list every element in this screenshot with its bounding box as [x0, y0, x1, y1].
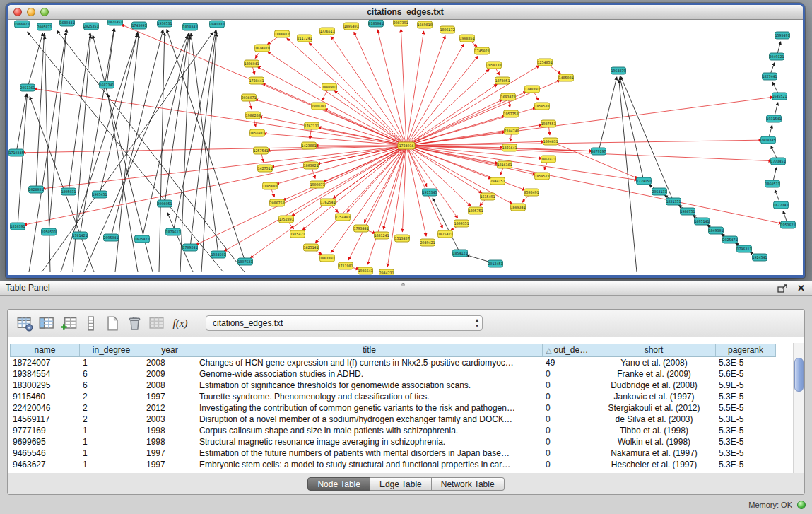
graph-node[interactable]: 1513457 [394, 235, 409, 242]
graph-node[interactable]: 2104748 [504, 127, 519, 134]
tab-edge-table[interactable]: Edge Table [370, 477, 432, 491]
select-columns-icon[interactable] [37, 313, 57, 333]
combo-stepper-icon[interactable]: ▴▾ [476, 317, 478, 329]
graph-node[interactable]: 2044151 [490, 177, 505, 185]
float-panel-icon[interactable] [777, 284, 787, 293]
table-settings-icon[interactable] [15, 313, 35, 333]
graph-node[interactable]: 2025471 [722, 236, 737, 243]
table-panel-titlebar[interactable]: Table Panel ✕ [0, 281, 812, 296]
graph-node[interactable]: 1254851 [537, 59, 552, 66]
row-tools-icon[interactable] [81, 313, 100, 333]
graph-node[interactable]: 1656931 [249, 129, 264, 136]
window-titlebar[interactable]: citations_edges.txt [8, 5, 803, 20]
graph-node[interactable]: 1680441 [59, 20, 74, 26]
table-row[interactable]: 969969511998Structural magnetic resonanc… [10, 436, 804, 448]
graph-node[interactable]: 2054131 [652, 188, 666, 195]
graph-node[interactable]: 1693471 [500, 93, 515, 100]
column-header-pagerank[interactable]: pagerank [716, 344, 776, 356]
graph-node[interactable]: 1924541 [752, 254, 767, 261]
graph-node[interactable]: 1321641 [502, 144, 517, 151]
graph-node[interactable]: 1950511 [41, 228, 56, 235]
graph-node[interactable]: 1896172 [440, 26, 454, 33]
graph-node[interactable]: 1935641 [358, 267, 372, 274]
graph-node[interactable]: 1810341 [182, 23, 197, 30]
graph-node[interactable]: 1609341 [510, 204, 525, 211]
graph-node[interactable]: 1767111 [304, 122, 319, 129]
graph-node[interactable]: 1810391 [10, 223, 25, 230]
column-header-title[interactable]: title [196, 344, 543, 356]
graph-node[interactable]: 1930531 [157, 20, 172, 27]
graph-node[interactable]: 2117241 [297, 35, 312, 42]
table-row[interactable]: 1830029562008Estimation of significance … [10, 380, 804, 391]
graph-node[interactable]: 2087391 [393, 20, 408, 26]
graph-node[interactable]: 2026051 [28, 186, 43, 193]
column-header-short[interactable]: short [592, 344, 716, 356]
graph-node[interactable]: 2049121 [769, 53, 784, 60]
table-scrollbar[interactable] [793, 343, 804, 473]
graph-node[interactable]: 1860531 [765, 180, 779, 187]
graph-node[interactable]: 2099781 [311, 103, 326, 110]
graph-node[interactable]: 1803021 [303, 162, 318, 169]
graph-node[interactable]: 1257541 [253, 147, 268, 154]
import-table-icon[interactable] [146, 313, 166, 333]
graph-node[interactable]: 1625471 [134, 235, 149, 243]
graph-node[interactable]: 1711981 [338, 262, 353, 269]
graph-node[interactable]: 1762541 [320, 199, 335, 206]
graph-node[interactable]: 2051361 [20, 84, 35, 91]
graph-node[interactable]: 2025351 [83, 23, 98, 30]
graph-node[interactable]: 1695141 [694, 218, 709, 225]
graph-node[interactable]: 1866012 [274, 30, 289, 37]
graph-node[interactable]: 1827441 [762, 73, 777, 80]
table-row[interactable]: 1456911722003Disruption of a novel membe… [10, 414, 804, 425]
graph-canvas[interactable]: 1724016186601216240191806041172844120360… [8, 20, 803, 275]
graph-node[interactable]: 1624019 [254, 45, 269, 52]
graph-node[interactable]: 1873051 [495, 77, 510, 84]
close-panel-icon[interactable]: ✕ [797, 282, 805, 295]
graph-node[interactable]: 1724016 [398, 142, 415, 149]
column-header-name[interactable]: name [10, 344, 80, 356]
graph-node[interactable]: 1915345 [422, 189, 437, 196]
graph-node[interactable]: 1682341 [99, 81, 114, 88]
graph-node[interactable]: 1931541 [766, 115, 781, 122]
graph-node[interactable]: 1875421 [437, 230, 452, 238]
tab-node-table[interactable]: Node Table [307, 477, 370, 491]
add-column-icon[interactable] [59, 313, 78, 333]
graph-node[interactable]: 1807531 [237, 258, 252, 265]
column-header-out_degree[interactable]: △out_de… [543, 344, 592, 356]
graph-node[interactable]: 2010345 [760, 136, 775, 144]
graph-node[interactable]: 2041331 [209, 21, 224, 28]
graph-node[interactable]: 1748391 [524, 86, 539, 93]
table-row[interactable]: 911546021997Tourette syndrome. Phenomeno… [10, 391, 804, 402]
graph-node[interactable]: 1761421 [72, 232, 87, 239]
graph-node[interactable]: 1964879 [611, 67, 625, 74]
graph-node[interactable]: 7254401 [335, 214, 350, 221]
graph-node[interactable]: 1816161 [497, 161, 512, 168]
graph-node[interactable]: 1905451 [92, 191, 107, 198]
graph-node[interactable]: 1631241 [374, 232, 389, 239]
graph-node[interactable]: 1515491 [480, 193, 495, 200]
graph-node[interactable]: 1821451 [107, 20, 122, 25]
graph-node[interactable]: 1709241 [182, 244, 197, 251]
graph-node[interactable]: 1745021 [474, 47, 489, 54]
graph-node[interactable]: 1953621 [780, 221, 795, 228]
minimize-button[interactable] [27, 8, 35, 16]
graph-node[interactable]: 1067471 [541, 156, 555, 163]
close-button[interactable] [13, 8, 22, 16]
graph-node[interactable]: 2058131 [486, 62, 501, 69]
graph-node[interactable]: 1895401 [343, 23, 358, 30]
column-header-in_degree[interactable]: in_degree [80, 344, 143, 356]
table-row[interactable]: 977716911998Corpus callosum shape and si… [10, 425, 804, 436]
graph-node[interactable]: 2049421 [420, 239, 435, 246]
graph-node[interactable]: 1986268 [245, 112, 260, 119]
graph-node[interactable]: 1645521 [772, 93, 787, 100]
table-row[interactable]: 946554611997Estimation of the future num… [10, 448, 804, 459]
graph-node[interactable]: 1595491 [775, 32, 789, 39]
graph-node[interactable]: 1423881 [301, 142, 316, 149]
graph-node[interactable]: 8183041 [368, 20, 383, 27]
graph-node[interactable]: 1808991 [322, 83, 336, 90]
graph-node[interactable]: 1854121 [452, 250, 467, 257]
graph-node[interactable]: 1924501 [211, 251, 225, 258]
graph-node[interactable]: 1850531 [534, 103, 549, 110]
graph-node[interactable]: 1779151 [636, 177, 651, 185]
graph-node[interactable]: 1773451 [770, 158, 785, 165]
